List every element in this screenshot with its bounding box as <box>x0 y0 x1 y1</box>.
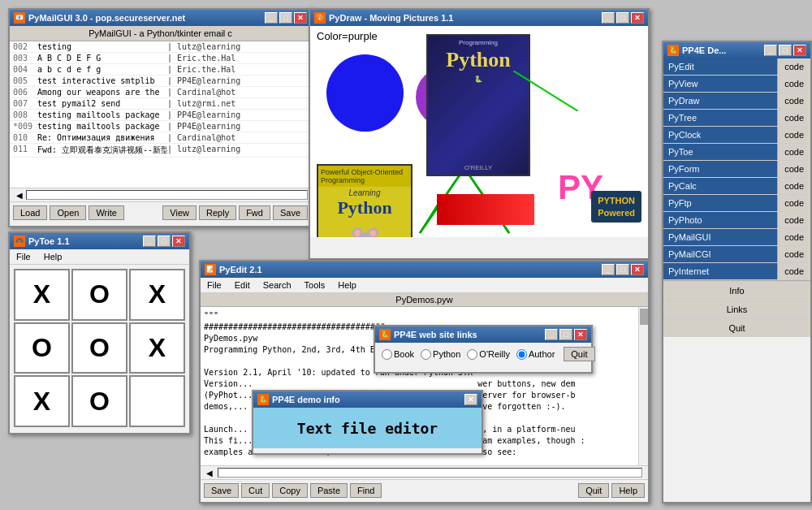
write-button[interactable]: Write <box>89 205 123 220</box>
links-button[interactable]: Links <box>663 300 810 318</box>
pyinternet-code-button[interactable]: code <box>777 263 810 279</box>
scroll-left-arrow[interactable]: ◀ <box>204 469 215 478</box>
pytree-button[interactable]: PyTree <box>663 110 777 126</box>
email-row[interactable]: 010 Re: Оптимизация движения | Cardinal@… <box>10 132 311 144</box>
help-menu[interactable]: Help <box>335 279 360 291</box>
pymailgui-code-button[interactable]: code <box>777 229 810 245</box>
pytoe-cell-3[interactable]: O <box>14 322 70 374</box>
pytoe-cell-5[interactable]: X <box>129 322 185 374</box>
email-row[interactable]: *009 testing mailtools package | PP4E@le… <box>10 121 311 132</box>
email-row[interactable]: 004 a b c d e f g | Eric.the.Hal <box>10 64 311 76</box>
minimize-button[interactable]: _ <box>602 12 615 24</box>
pyedit-button[interactable]: PyEdit <box>663 58 777 75</box>
author-radio[interactable] <box>516 349 527 360</box>
pydraw-canvas[interactable]: Color=purple PY PYTHONPowered Powerful O… <box>310 26 648 237</box>
pytoe-button[interactable]: PyToe <box>663 144 777 160</box>
edit-menu[interactable]: Edit <box>231 279 253 291</box>
scroll-left-arrow[interactable]: ◀ <box>13 191 26 200</box>
minimize-button[interactable]: _ <box>545 329 558 340</box>
pytoe-cell-8[interactable] <box>129 375 185 427</box>
reply-button[interactable]: Reply <box>199 205 236 220</box>
pytoe-cell-4[interactable]: O <box>71 322 127 374</box>
python-radio[interactable] <box>421 349 431 360</box>
pytoe-cell-2[interactable]: X <box>129 269 185 321</box>
email-row[interactable]: 003 A B C D E F G | Eric.the.Hal <box>10 53 311 64</box>
minimize-button[interactable]: _ <box>764 45 777 56</box>
maximize-button[interactable]: □ <box>779 45 792 56</box>
close-button[interactable]: ✕ <box>464 394 477 405</box>
minimize-button[interactable]: _ <box>602 264 615 275</box>
close-button[interactable]: ✕ <box>294 12 307 24</box>
close-button[interactable]: ✕ <box>631 264 644 275</box>
pytoe-cell-0[interactable]: X <box>14 269 70 321</box>
maximize-button[interactable]: □ <box>279 12 292 24</box>
pycalc-button[interactable]: PyCalc <box>663 178 777 194</box>
maximize-button[interactable]: □ <box>158 236 171 247</box>
close-button[interactable]: ✕ <box>631 12 644 24</box>
pyview-code-button[interactable]: code <box>777 76 810 92</box>
pyphoto-code-button[interactable]: code <box>777 212 810 228</box>
vertical-scrollbar[interactable] <box>638 307 648 465</box>
pyftp-button[interactable]: PyFtp <box>663 195 777 211</box>
pymailgui-app-button[interactable]: PyMailGUI <box>663 229 777 245</box>
book-radio[interactable] <box>382 349 392 360</box>
file-menu[interactable]: File <box>13 251 34 262</box>
file-menu[interactable]: File <box>204 279 225 291</box>
close-button[interactable]: ✕ <box>172 236 185 247</box>
python-radio-label[interactable]: Python <box>421 349 460 360</box>
author-radio-label[interactable]: Author <box>516 349 555 360</box>
minimize-button[interactable]: _ <box>265 12 278 24</box>
pytree-code-button[interactable]: code <box>777 110 810 126</box>
pyedit-code-button[interactable]: code <box>777 58 810 75</box>
pytoe-cell-7[interactable]: O <box>71 375 127 427</box>
search-menu[interactable]: Search <box>260 279 295 291</box>
info-button[interactable]: Info <box>663 281 810 300</box>
help-menu[interactable]: Help <box>41 251 66 262</box>
pydraw-code-button[interactable]: code <box>777 93 810 109</box>
open-button[interactable]: Open <box>50 205 86 220</box>
close-button[interactable]: ✕ <box>574 329 587 340</box>
save-button[interactable]: Save <box>204 483 239 498</box>
book-radio-label[interactable]: Book <box>382 349 414 360</box>
pyform-code-button[interactable]: code <box>777 161 810 177</box>
copy-button[interactable]: Copy <box>272 483 308 498</box>
quit-link-button[interactable]: Quit <box>564 347 594 361</box>
oreilly-radio[interactable] <box>467 349 477 360</box>
pydraw-button[interactable]: PyDraw <box>663 93 777 109</box>
pytoe-cell-1[interactable]: O <box>71 269 127 321</box>
paste-button[interactable]: Paste <box>310 483 348 498</box>
minimize-button[interactable]: _ <box>143 236 156 247</box>
quit-button[interactable]: Quit <box>578 483 609 498</box>
scrollbar-thumb[interactable] <box>640 309 648 325</box>
email-row[interactable]: 008 testing mailtools package | PP4E@lea… <box>10 110 311 121</box>
pytoe-cell-6[interactable]: X <box>14 375 70 427</box>
pyview-button[interactable]: PyView <box>663 76 777 92</box>
pycalc-code-button[interactable]: code <box>777 178 810 194</box>
close-button[interactable]: ✕ <box>793 45 806 56</box>
maximize-button[interactable]: □ <box>616 264 629 275</box>
pyclock-code-button[interactable]: code <box>777 127 810 143</box>
email-list[interactable]: 002 testing | lutz@learning 003 A B C D … <box>10 41 311 188</box>
view-button[interactable]: View <box>162 205 197 220</box>
quit-button[interactable]: Quit <box>663 318 810 337</box>
pyinternet-button[interactable]: PyInternet <box>663 263 777 279</box>
pymailcgi-button[interactable]: PyMailCGI <box>663 246 777 262</box>
email-row[interactable]: 005 test interactive smtplib | PP4E@lear… <box>10 76 311 87</box>
pyform-button[interactable]: PyForm <box>663 161 777 177</box>
find-button[interactable]: Find <box>350 483 382 498</box>
email-row[interactable]: 002 testing | lutz@learning <box>10 41 311 53</box>
email-row[interactable]: 007 test pymail2 send | lutz@rmi.net <box>10 98 311 110</box>
pyphoto-button[interactable]: PyPhoto <box>663 212 777 228</box>
load-button[interactable]: Load <box>13 205 47 220</box>
help-button[interactable]: Help <box>611 483 645 498</box>
cut-button[interactable]: Cut <box>241 483 270 498</box>
tools-menu[interactable]: Tools <box>301 279 329 291</box>
pymailcgi-code-button[interactable]: code <box>777 246 810 262</box>
maximize-button[interactable]: □ <box>559 329 572 340</box>
email-row[interactable]: 011 Fwd: 立即观看泰克演讲视频--新型 | lutz@learning <box>10 144 311 158</box>
email-row[interactable]: 006 Among our weapons are the | Cardinal… <box>10 87 311 98</box>
pytoe-code-button[interactable]: code <box>777 144 810 160</box>
pyftp-code-button[interactable]: code <box>777 195 810 211</box>
fwd-button[interactable]: Fwd <box>239 205 270 220</box>
pyclock-button[interactable]: PyClock <box>663 127 777 143</box>
